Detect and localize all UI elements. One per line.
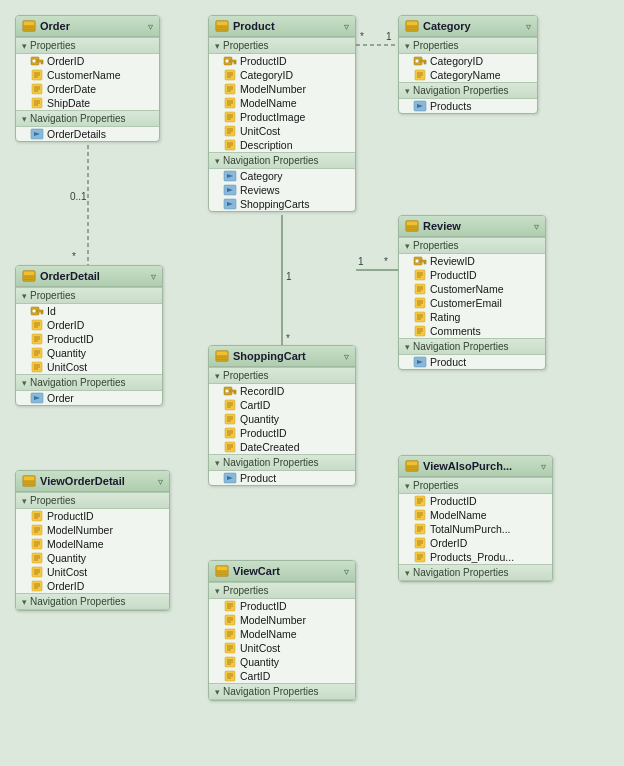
entity-icon-ShoppingCart bbox=[215, 349, 229, 363]
expand-btn-Review[interactable]: ▿ bbox=[534, 221, 539, 232]
entity-title-Review: Review bbox=[405, 219, 461, 233]
prop-text-Product-0-2: ModelNumber bbox=[240, 83, 306, 95]
section-toggle-ViewAlsoPurch-1[interactable]: ▾ bbox=[405, 568, 410, 578]
entity-name-ViewAlsoPurch: ViewAlsoPurch... bbox=[423, 460, 512, 472]
property-row-OrderDetail-0-4: UnitCost bbox=[16, 360, 162, 374]
property-row-ViewAlsoPurch-0-1: ModelName bbox=[399, 508, 552, 522]
svg-rect-148 bbox=[217, 352, 228, 356]
entity-title-Category: Category bbox=[405, 19, 471, 33]
section-label-ViewOrderDetail-1: Navigation Properties bbox=[30, 596, 126, 607]
section-header-OrderDetail-1: ▾ Navigation Properties bbox=[16, 374, 162, 391]
svg-text:0..1: 0..1 bbox=[70, 191, 87, 202]
prop-icon-OrderDetail-1-0 bbox=[30, 392, 44, 404]
expand-btn-ViewOrderDetail[interactable]: ▿ bbox=[158, 476, 163, 487]
prop-text-Review-0-5: Comments bbox=[430, 325, 481, 337]
section-header-ViewCart-0: ▾ Properties bbox=[209, 582, 355, 599]
prop-icon-Review-0-1 bbox=[413, 269, 427, 281]
property-row-Review-1-0: Product bbox=[399, 355, 545, 369]
section-label-OrderDetail-1: Navigation Properties bbox=[30, 377, 126, 388]
entity-title-Order: Order bbox=[22, 19, 70, 33]
section-toggle-Category-0[interactable]: ▾ bbox=[405, 41, 410, 51]
section-label-Order-1: Navigation Properties bbox=[30, 113, 126, 124]
section-toggle-Product-1[interactable]: ▾ bbox=[215, 156, 220, 166]
entity-ViewOrderDetail: ViewOrderDetail ▿ ▾ Properties ProductID… bbox=[15, 470, 170, 611]
property-row-Review-0-0: ReviewID bbox=[399, 254, 545, 268]
expand-btn-ViewAlsoPurch[interactable]: ▿ bbox=[541, 461, 546, 472]
prop-text-ViewAlsoPurch-0-4: Products_Produ... bbox=[430, 551, 514, 563]
entity-icon-Product bbox=[215, 19, 229, 33]
property-row-ViewCart-0-2: ModelName bbox=[209, 627, 355, 641]
entity-title-ShoppingCart: ShoppingCart bbox=[215, 349, 306, 363]
prop-icon-OrderDetail-0-1 bbox=[30, 319, 44, 331]
section-label-Category-0: Properties bbox=[413, 40, 459, 51]
svg-rect-128 bbox=[41, 312, 43, 314]
expand-btn-ShoppingCart[interactable]: ▿ bbox=[344, 351, 349, 362]
section-toggle-Category-1[interactable]: ▾ bbox=[405, 86, 410, 96]
property-row-Order-1-0: OrderDetails bbox=[16, 127, 159, 141]
property-row-Order-0-2: OrderDate bbox=[16, 82, 159, 96]
section-header-Category-0: ▾ Properties bbox=[399, 37, 537, 54]
expand-btn-OrderDetail[interactable]: ▿ bbox=[151, 271, 156, 282]
property-row-Order-0-3: ShipDate bbox=[16, 96, 159, 110]
entity-header-ViewOrderDetail: ViewOrderDetail ▿ bbox=[16, 471, 169, 492]
prop-text-OrderDetail-0-2: ProductID bbox=[47, 333, 94, 345]
entity-icon-Review bbox=[405, 219, 419, 233]
section-toggle-OrderDetail-1[interactable]: ▾ bbox=[22, 378, 27, 388]
property-row-Review-0-5: Comments bbox=[399, 324, 545, 338]
prop-icon-Product-0-4 bbox=[223, 111, 237, 123]
prop-text-Product-0-4: ProductImage bbox=[240, 111, 305, 123]
prop-text-ViewOrderDetail-0-0: ProductID bbox=[47, 510, 94, 522]
prop-text-Order-1-0: OrderDetails bbox=[47, 128, 106, 140]
svg-rect-121 bbox=[24, 272, 35, 276]
section-toggle-OrderDetail-0[interactable]: ▾ bbox=[22, 291, 27, 301]
section-toggle-ViewCart-1[interactable]: ▾ bbox=[215, 687, 220, 697]
property-row-ShoppingCart-0-1: CartID bbox=[209, 398, 355, 412]
prop-text-Review-0-4: Rating bbox=[430, 311, 460, 323]
section-toggle-ViewCart-0[interactable]: ▾ bbox=[215, 586, 220, 596]
svg-point-80 bbox=[415, 59, 419, 63]
section-label-Product-1: Navigation Properties bbox=[223, 155, 319, 166]
entity-ViewAlsoPurch: ViewAlsoPurch... ▿ ▾ Properties ProductI… bbox=[398, 455, 553, 582]
prop-icon-Order-0-2 bbox=[30, 83, 44, 95]
prop-text-ViewCart-0-2: ModelName bbox=[240, 628, 297, 640]
prop-icon-ViewCart-0-3 bbox=[223, 642, 237, 654]
property-row-Order-0-0: OrderID bbox=[16, 54, 159, 68]
expand-btn-Category[interactable]: ▿ bbox=[526, 21, 531, 32]
section-toggle-Product-0[interactable]: ▾ bbox=[215, 41, 220, 51]
prop-text-ViewOrderDetail-0-5: OrderID bbox=[47, 580, 84, 592]
prop-text-Review-1-0: Product bbox=[430, 356, 466, 368]
prop-icon-ViewCart-0-0 bbox=[223, 600, 237, 612]
section-toggle-ViewOrderDetail-0[interactable]: ▾ bbox=[22, 496, 27, 506]
section-toggle-Review-1[interactable]: ▾ bbox=[405, 342, 410, 352]
expand-btn-Order[interactable]: ▿ bbox=[148, 21, 153, 32]
entity-ShoppingCart: ShoppingCart ▿ ▾ Properties RecordID Car… bbox=[208, 345, 356, 486]
svg-point-18 bbox=[32, 59, 36, 63]
section-label-ViewOrderDetail-0: Properties bbox=[30, 495, 76, 506]
property-row-Product-0-2: ModelNumber bbox=[209, 82, 355, 96]
prop-icon-Product-0-6 bbox=[223, 139, 237, 151]
section-toggle-ShoppingCart-0[interactable]: ▾ bbox=[215, 371, 220, 381]
expand-btn-Product[interactable]: ▿ bbox=[344, 21, 349, 32]
section-toggle-ViewOrderDetail-1[interactable]: ▾ bbox=[22, 597, 27, 607]
prop-text-Product-1-2: ShoppingCarts bbox=[240, 198, 309, 210]
prop-icon-ViewOrderDetail-0-4 bbox=[30, 566, 44, 578]
svg-point-153 bbox=[225, 389, 229, 393]
prop-icon-Review-0-4 bbox=[413, 311, 427, 323]
prop-text-Order-0-2: OrderDate bbox=[47, 83, 96, 95]
prop-text-ViewCart-0-4: Quantity bbox=[240, 656, 279, 668]
section-toggle-Order-0[interactable]: ▾ bbox=[22, 41, 27, 51]
svg-text:*: * bbox=[384, 256, 388, 267]
section-toggle-ShoppingCart-1[interactable]: ▾ bbox=[215, 458, 220, 468]
expand-btn-ViewCart[interactable]: ▿ bbox=[344, 566, 349, 577]
property-row-Product-1-1: Reviews bbox=[209, 183, 355, 197]
prop-icon-Order-0-0 bbox=[30, 55, 44, 67]
prop-icon-Product-0-5 bbox=[223, 125, 237, 137]
property-row-Product-1-2: ShoppingCarts bbox=[209, 197, 355, 211]
prop-text-OrderDetail-1-0: Order bbox=[47, 392, 74, 404]
section-toggle-ViewAlsoPurch-0[interactable]: ▾ bbox=[405, 481, 410, 491]
section-header-Review-0: ▾ Properties bbox=[399, 237, 545, 254]
entity-header-ShoppingCart: ShoppingCart ▿ bbox=[209, 346, 355, 367]
prop-icon-OrderDetail-0-4 bbox=[30, 361, 44, 373]
section-toggle-Order-1[interactable]: ▾ bbox=[22, 114, 27, 124]
section-toggle-Review-0[interactable]: ▾ bbox=[405, 241, 410, 251]
